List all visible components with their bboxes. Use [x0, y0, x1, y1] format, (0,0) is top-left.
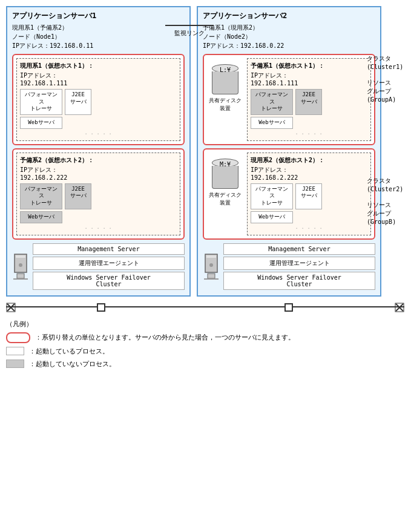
svg-rect-4: [13, 278, 28, 280]
disk1-label: L:¥: [212, 67, 238, 73]
app-server-right-title: アプリケーションサーバ2: [203, 11, 375, 21]
mgmt-server-right: Management Server: [223, 243, 375, 255]
legend-box-gray: [6, 360, 24, 368]
cluster1-right-content: L:¥ 共有ディスク 装置 予備系1（仮想ホスト1）： IPアドレス： 192.…: [203, 54, 375, 240]
right-square-node: [284, 303, 293, 314]
svg-rect-8: [208, 274, 215, 278]
network-line: [6, 306, 404, 307]
cluster2-left-box: 予備系2（仮想ホスト2）： IPアドレス： 192.168.2.222 パフォー…: [12, 148, 185, 240]
left-square-node: [97, 303, 105, 314]
process-row-8: Webサーバ: [251, 211, 367, 223]
legend-text-2: ：起動しているプロセス。: [29, 347, 109, 356]
svg-rect-13: [97, 304, 105, 311]
vh2-left: 予備系2（仮想ホスト2）： IPアドレス： 192.168.2.222 パフォー…: [16, 153, 180, 235]
svg-rect-14: [285, 304, 292, 311]
svg-point-7: [209, 263, 213, 267]
process-row-7: パフォーマンストレーサ J2EEサーバ: [251, 183, 367, 209]
monitor-link-label: 監視リンク: [174, 29, 205, 38]
process-row-2: Webサーバ: [20, 117, 177, 129]
monitor-link: 監視リンク: [165, 23, 214, 39]
agent-right: 運用管理エージェント: [223, 257, 375, 270]
monitor-line-top: [165, 25, 214, 26]
j2ee-4: J2EEサーバ: [295, 183, 322, 209]
cluster1-left-box: 現用系1（仮想ホスト1）： IPアドレス： 192.168.1.111 パフォー…: [12, 54, 185, 145]
disk2-label: M:¥: [212, 161, 238, 168]
web-server-4: Webサーバ: [251, 211, 293, 223]
server-icon-left: [12, 253, 29, 281]
vh1-right: 予備系1（仮想ホスト1）： IPアドレス： 192.168.1.111 パフォー…: [247, 58, 371, 141]
shared-disk-1: L:¥ 共有ディスク 装置: [207, 58, 243, 113]
legend-text-3: ：起動していないプロセス。: [29, 360, 116, 369]
vh1-left: 現用系1（仮想ホスト1）： IPアドレス： 192.168.1.111 パフォー…: [16, 58, 180, 141]
process-row-6: Webサーバ: [251, 117, 367, 129]
legend-item-2: ：起動しているプロセス。: [6, 347, 404, 356]
svg-rect-1: [16, 255, 25, 258]
svg-rect-3: [17, 274, 24, 278]
process-row-4: Webサーバ: [20, 211, 177, 223]
legend-box-white: [6, 347, 24, 355]
app-server-left-title: アプリケーションサーバ1: [12, 11, 185, 21]
process-row-1: パフォーマンストレーサ J2EEサーバ: [20, 89, 177, 115]
cluster1-right-box: L:¥ 共有ディスク 装置 予備系1（仮想ホスト1）： IPアドレス： 192.…: [203, 54, 375, 145]
cluster-right: Windows Server FailoverCluster: [223, 272, 375, 290]
legend-title: （凡例）: [6, 320, 404, 329]
mgmt-left-section: Management Server 運用管理エージェント Windows Ser…: [12, 243, 185, 292]
legend-item-3: ：起動していないプロセス。: [6, 360, 404, 369]
mgmt-right-section: Management Server 運用管理エージェント Windows Ser…: [203, 243, 375, 292]
shared-disk-2: M:¥ 共有ディスク 装置: [207, 153, 243, 207]
app-server-left-info: 現用系1（予備系2） ノード（Node1） IPアドレス：192.168.0.1…: [12, 23, 185, 50]
perf-tracer-4: パフォーマンストレーサ: [251, 183, 293, 209]
j2ee-3-inactive: J2EEサーバ: [295, 89, 322, 115]
legend-text-1: ：系切り替えの単位となります。サーバの外から見た場合，一つのサーバに見えます。: [35, 333, 295, 342]
j2ee-2-inactive: J2EEサーバ: [65, 183, 91, 209]
disk2-name: 共有ディスク 装置: [209, 191, 242, 207]
legend-item-1: ：系切り替えの単位となります。サーバの外から見た場合，一つのサーバに見えます。: [6, 332, 404, 343]
j2ee-1: J2EEサーバ: [65, 89, 91, 115]
svg-rect-9: [204, 278, 219, 280]
perf-tracer-1: パフォーマンストレーサ: [20, 89, 62, 115]
disk1-name: 共有ディスク 装置: [209, 97, 242, 113]
web-server-3: Webサーバ: [251, 117, 293, 129]
legend-box-pink: [6, 332, 30, 343]
svg-point-2: [19, 263, 22, 267]
app-server-left: アプリケーションサーバ1 現用系1（予備系2） ノード（Node1） IPアドレ…: [6, 6, 191, 297]
server-icon-right: [203, 253, 220, 281]
vh2-right: 現用系2（仮想ホスト2）： IPアドレス： 192.168.2.222 パフォー…: [247, 153, 371, 235]
network-line-section: [6, 300, 404, 314]
app-server-right: アプリケーションサーバ2 予備系1（現用系2） ノード（Node2） IPアドレ…: [197, 6, 381, 297]
left-cross-node: [6, 303, 16, 314]
cluster-left: Windows Server FailoverCluster: [33, 272, 185, 290]
cluster1-left-content: 現用系1（仮想ホスト1）： IPアドレス： 192.168.1.111 パフォー…: [12, 54, 185, 240]
resource-group-a-label: リソース グループ (GroupA): [367, 79, 409, 104]
top-servers-section: アプリケーションサーバ1 現用系1（予備系2） ノード（Node1） IPアドレ…: [6, 6, 404, 297]
right-cross-node: [395, 303, 404, 314]
mgmt-server-left: Management Server: [33, 243, 185, 255]
cluster2-label: クラスタ (Cluster2): [367, 177, 409, 194]
cluster1-label: クラスタ (Cluster1): [367, 54, 409, 71]
perf-tracer-3-inactive: パフォーマンストレーサ: [251, 89, 293, 115]
cluster2-right-box: M:¥ 共有ディスク 装置 現用系2（仮想ホスト2）： IPアドレス： 192.…: [203, 148, 375, 240]
svg-rect-6: [206, 255, 216, 258]
web-server-2-inactive: Webサーバ: [20, 211, 62, 223]
legend-section: （凡例） ：系切り替えの単位となります。サーバの外から見た場合，一つのサーバに見…: [6, 320, 404, 369]
diagram-container: アプリケーションサーバ1 現用系1（予備系2） ノード（Node1） IPアドレ…: [6, 6, 404, 369]
web-server-1: Webサーバ: [20, 117, 62, 129]
agent-left: 運用管理エージェント: [33, 257, 185, 270]
app-server-right-info: 予備系1（現用系2） ノード（Node2） IPアドレス：192.168.0.2…: [203, 23, 375, 50]
process-row-5: パフォーマンストレーサ J2EEサーバ: [251, 89, 367, 115]
process-row-3: パフォーマンストレーサ J2EEサーバ: [20, 183, 177, 209]
cluster-resource-labels: クラスタ (Cluster1) リソース グループ (GroupA) クラスタ …: [367, 54, 409, 226]
perf-tracer-2-inactive: パフォーマンストレーサ: [20, 183, 62, 209]
resource-group-b-label: リソース グループ (GroupB): [367, 201, 409, 226]
